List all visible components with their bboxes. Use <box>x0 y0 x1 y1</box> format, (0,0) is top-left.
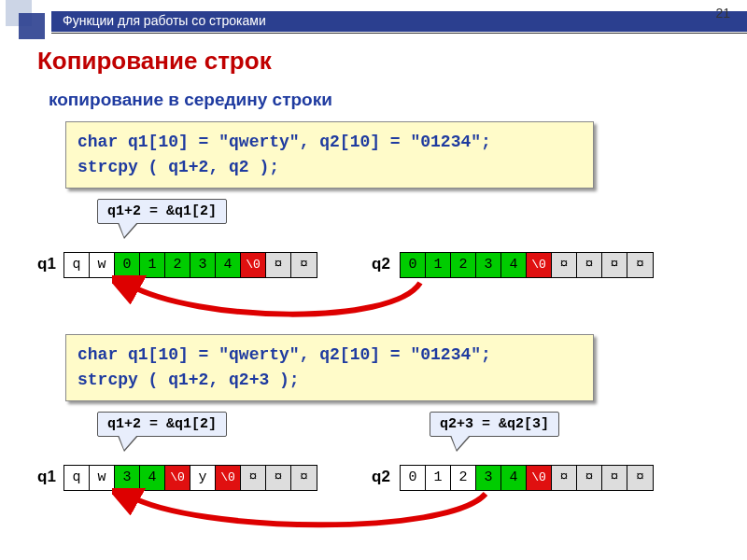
memory-cell: ¤ <box>627 253 653 277</box>
code-line: char q1[10] = "qwerty", q2[10] = "01234"… <box>78 343 582 368</box>
copy-arrow-1 <box>112 275 448 331</box>
memory-cell: 2 <box>451 466 476 490</box>
memory-cell: ¤ <box>602 466 627 490</box>
memory-cell: 4 <box>501 466 527 490</box>
page-title: Копирование строк <box>37 47 272 76</box>
memory-cell: ¤ <box>266 253 291 277</box>
memory-cell: 3 <box>476 466 501 490</box>
array-q2-row1: 01234\0¤¤¤¤ <box>400 252 654 278</box>
memory-cell: ¤ <box>577 466 602 490</box>
memory-cell: \0 <box>165 466 190 490</box>
memory-cell: ¤ <box>577 253 602 277</box>
memory-cell: w <box>90 253 115 277</box>
array-label-q2-b: q2 <box>372 468 390 486</box>
memory-cell: 2 <box>451 253 476 277</box>
memory-cell: w <box>90 466 115 490</box>
memory-cell: 1 <box>426 466 451 490</box>
array-label-q1-b: q1 <box>37 468 56 486</box>
memory-cell: 4 <box>140 466 165 490</box>
slide-header: Функции для работы со строками <box>51 11 747 32</box>
memory-cell: ¤ <box>266 466 291 490</box>
memory-cell: \0 <box>241 253 266 277</box>
memory-cell: q <box>64 253 90 277</box>
copy-arrow-2 <box>112 488 504 540</box>
memory-cell: 3 <box>190 253 216 277</box>
pointer-bubble-3: q2+3 = &q2[3] <box>430 412 559 437</box>
memory-cell: 0 <box>401 466 426 490</box>
memory-cell: 3 <box>476 253 501 277</box>
memory-cell: 1 <box>140 253 165 277</box>
memory-cell: 0 <box>115 253 140 277</box>
code-block-2: char q1[10] = "qwerty", q2[10] = "01234"… <box>65 334 594 401</box>
memory-cell: ¤ <box>291 466 317 490</box>
array-label-q1: q1 <box>37 255 56 273</box>
memory-cell: 3 <box>115 466 140 490</box>
code-line: strcpy ( q1+2, q2 ); <box>78 155 582 180</box>
memory-cell: y <box>190 466 216 490</box>
memory-cell: \0 <box>527 466 552 490</box>
memory-cell: ¤ <box>552 253 577 277</box>
memory-cell: 4 <box>216 253 241 277</box>
pointer-bubble-2: q1+2 = &q1[2] <box>97 412 227 437</box>
pointer-bubble-1: q1+2 = &q1[2] <box>97 199 227 224</box>
memory-cell: ¤ <box>241 466 266 490</box>
array-label-q2: q2 <box>372 255 390 273</box>
memory-cell: ¤ <box>627 466 653 490</box>
code-block-1: char q1[10] = "qwerty", q2[10] = "01234"… <box>65 121 594 189</box>
memory-cell: 4 <box>501 253 527 277</box>
array-q1-row2: qw34\0y\0¤¤¤ <box>63 465 317 491</box>
memory-cell: ¤ <box>552 466 577 490</box>
memory-cell: ¤ <box>602 253 627 277</box>
code-line: char q1[10] = "qwerty", q2[10] = "01234"… <box>78 130 582 155</box>
page-subtitle: копирование в середину строки <box>49 90 332 110</box>
code-line: strcpy ( q1+2, q2+3 ); <box>78 368 582 393</box>
memory-cell: ¤ <box>291 253 317 277</box>
memory-cell: 1 <box>426 253 451 277</box>
memory-cell: 0 <box>401 253 426 277</box>
memory-cell: \0 <box>216 466 241 490</box>
array-q2-row2: 01234\0¤¤¤¤ <box>400 465 654 491</box>
memory-cell: q <box>64 466 90 490</box>
array-q1-row1: qw01234\0¤¤ <box>63 252 317 278</box>
page-number: 21 <box>715 6 730 21</box>
memory-cell: 2 <box>165 253 190 277</box>
memory-cell: \0 <box>527 253 552 277</box>
header-title: Функции для работы со строками <box>63 13 266 28</box>
